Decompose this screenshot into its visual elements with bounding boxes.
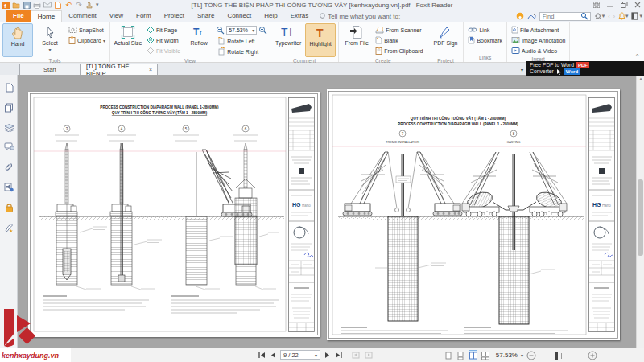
- comments-panel-icon[interactable]: [4, 142, 14, 151]
- search-icon[interactable]: [580, 12, 588, 20]
- page-indicator-box[interactable]: 9 / 22▾: [280, 350, 320, 360]
- continuous-view-icon[interactable]: [456, 350, 465, 360]
- previous-page-button[interactable]: [270, 351, 277, 360]
- from-file-button[interactable]: From File: [341, 23, 372, 57]
- read-mode-icon[interactable]: ▾: [631, 12, 642, 20]
- close-icon[interactable]: [634, 2, 642, 8]
- file-attachment-button[interactable]: File Attachment: [510, 25, 568, 35]
- typewriter-button[interactable]: TI Typewriter: [273, 23, 303, 57]
- ribbon-group-links: Link Bookmark Links: [464, 22, 507, 62]
- status-zoom-in-button[interactable]: [588, 351, 597, 360]
- reflow-button[interactable]: Tt Reflow: [184, 23, 214, 57]
- blank-button[interactable]: Blank: [374, 35, 424, 45]
- zoom-slider[interactable]: [539, 351, 584, 360]
- menu-tab-protect[interactable]: Protect: [158, 10, 191, 22]
- zoom-slider-handle[interactable]: [555, 352, 558, 360]
- fit-page-button[interactable]: Fit Page: [145, 25, 182, 35]
- pdf-page-2[interactable]: QUY TRÌNH THI CÔNG TƯỜNG VÂY (TẤM 1 - 28…: [327, 89, 620, 340]
- stamp-tool-icon[interactable]: [85, 1, 93, 9]
- pages-panel-icon[interactable]: [4, 103, 14, 113]
- menu-tab-connect[interactable]: Connect: [221, 10, 258, 22]
- layers-panel-icon[interactable]: [4, 123, 14, 132]
- ribbon-collapse-icon[interactable]: ⌃: [634, 53, 640, 60]
- new-document-icon[interactable]: [54, 1, 62, 9]
- print-icon[interactable]: [33, 1, 41, 9]
- next-page-button[interactable]: [324, 351, 331, 360]
- bookmark-button[interactable]: Bookmark: [466, 35, 504, 45]
- vertical-scrollbar[interactable]: ▲: [636, 75, 644, 348]
- hand-tool-button[interactable]: Hand: [2, 23, 33, 57]
- facing-view-icon[interactable]: [469, 350, 477, 360]
- tab-list-dropdown-icon[interactable]: ▾: [521, 67, 523, 72]
- previous-view-button: [351, 351, 361, 360]
- menu-tab-help[interactable]: Help: [258, 10, 283, 22]
- scrollbar-thumb[interactable]: [638, 179, 643, 256]
- find-input[interactable]: [540, 13, 580, 20]
- redo-icon[interactable]: ↷: [75, 1, 83, 9]
- audio-video-button[interactable]: Audio & Video: [510, 46, 568, 56]
- tab-close-icon[interactable]: ×: [149, 67, 152, 72]
- settings-gear-icon[interactable]: ▾: [594, 12, 605, 20]
- menu-tab-file[interactable]: File: [6, 10, 31, 22]
- single-page-view-icon[interactable]: [444, 350, 453, 360]
- undo-icon[interactable]: ↶: [64, 1, 72, 9]
- last-page-button[interactable]: [334, 351, 343, 360]
- ui-style-icon[interactable]: [592, 2, 601, 8]
- tab-start[interactable]: Start: [19, 64, 80, 75]
- continuous-facing-view-icon[interactable]: [481, 350, 489, 360]
- document-canvas[interactable]: HG Hano: [18, 75, 636, 348]
- zoom-in-icon[interactable]: [258, 26, 267, 35]
- find-box[interactable]: [539, 12, 591, 21]
- rotate-left-button[interactable]: Rotate Left: [216, 36, 267, 46]
- menu-tab-share[interactable]: Share: [191, 10, 221, 22]
- open-file-icon[interactable]: [12, 1, 20, 9]
- digital-signature-panel-icon[interactable]: [4, 223, 14, 232]
- hand-tool-label: Hand: [11, 41, 25, 47]
- highlight-button[interactable]: T Highlight: [305, 23, 336, 57]
- save-icon[interactable]: [23, 1, 31, 9]
- status-zoom-out-button[interactable]: [526, 351, 536, 360]
- zoom-value-box[interactable]: 57.53%▾: [226, 26, 257, 35]
- tab-document[interactable]: [TL] TỔNG THỂ BIỆN P... ×: [80, 64, 158, 75]
- status-zoom-value[interactable]: 57.53%: [496, 352, 518, 359]
- from-clipboard-button[interactable]: From Clipboard: [374, 46, 424, 56]
- snapshot-button[interactable]: SnapShot: [67, 25, 107, 35]
- typewriter-label: Typewriter: [275, 40, 301, 47]
- menu-tab-extras[interactable]: Extras: [284, 10, 316, 22]
- actual-size-button[interactable]: Actual Size: [113, 23, 143, 57]
- quick-access-toolbar: f ↶ ↷ ▾: [2, 1, 99, 9]
- page2-drawing: QUY TRÌNH THI CÔNG TƯỜNG VÂY (TẤM 1 - 28…: [327, 89, 620, 340]
- pdf-to-word-promo[interactable]: Free PDF to WordPDF Converter Word: [526, 61, 644, 76]
- clipboard-button[interactable]: Clipboard▾: [67, 35, 107, 45]
- pdf-sign-button[interactable]: PDF Sign: [430, 23, 460, 57]
- image-annotation-button[interactable]: Image Annotation: [510, 35, 568, 45]
- ribbon: Hand Select ▾ SnapShot Clipboard▾ Tools: [0, 22, 644, 63]
- clipboard-icon: [68, 36, 76, 44]
- select-dropdown-arrow[interactable]: ▾: [48, 47, 51, 52]
- email-icon[interactable]: [43, 1, 52, 9]
- attachments-panel-icon[interactable]: [5, 162, 13, 172]
- fit-width-button[interactable]: Fit Width: [145, 35, 182, 45]
- rotate-right-button[interactable]: Rotate Right: [216, 47, 267, 56]
- bookmarks-panel-icon[interactable]: [5, 83, 14, 93]
- from-scanner-button[interactable]: From Scanner: [374, 25, 424, 35]
- menu-tab-view[interactable]: View: [103, 10, 130, 22]
- menu-tab-comment[interactable]: Comment: [62, 10, 103, 22]
- qat-customize-icon[interactable]: ▾: [96, 2, 99, 8]
- select-tool-button[interactable]: Select ▾: [35, 23, 65, 57]
- status-zoom-dropdown-icon[interactable]: ▾: [521, 352, 523, 358]
- security-panel-icon[interactable]: [5, 203, 14, 212]
- page2-title-en: PROCESS CONSTRUCTION DIAPHRAGM WALL (PAN…: [398, 122, 518, 126]
- zoom-out-icon[interactable]: [216, 26, 225, 35]
- menu-tab-form[interactable]: Form: [130, 10, 158, 22]
- media-panel-icon[interactable]: [4, 183, 14, 192]
- scroll-up-icon[interactable]: ▲: [638, 76, 643, 81]
- first-page-button[interactable]: [258, 351, 266, 360]
- minimize-icon[interactable]: [606, 2, 614, 8]
- notifications-bell-icon[interactable]: ▾: [618, 12, 629, 20]
- link-button[interactable]: Link: [466, 25, 504, 35]
- restore-icon[interactable]: [620, 2, 628, 8]
- menu-tab-home[interactable]: Home: [31, 10, 62, 22]
- tell-me-box[interactable]: Tell me what you want to:: [315, 10, 405, 22]
- pdf-page-1[interactable]: HG Hano: [28, 92, 320, 337]
